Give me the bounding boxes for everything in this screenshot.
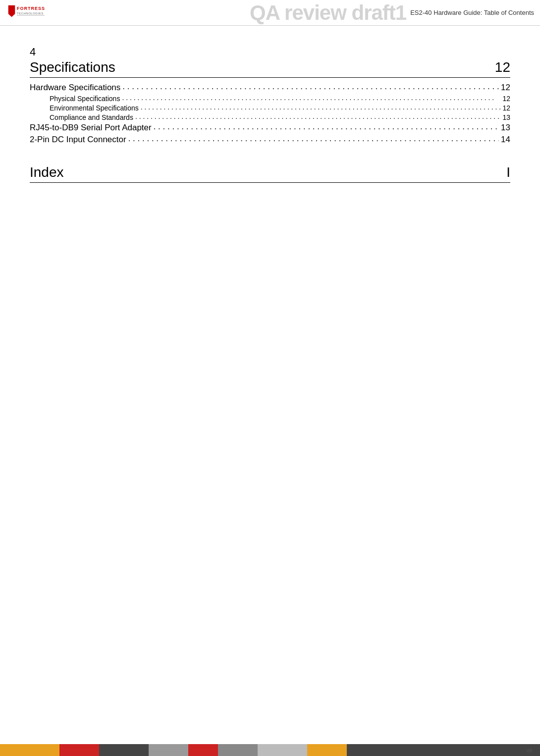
toc-dots	[141, 103, 501, 111]
fortress-logo: FORTRESS TECHNOLOGIES	[6, 3, 51, 23]
bar-seg-9	[347, 744, 540, 756]
entry-page: 13	[501, 123, 510, 133]
page-header: FORTRESS TECHNOLOGIES QA review draft1 E…	[0, 0, 540, 26]
chapter4-section: 4 Specifications 12 Hardware Specificati…	[30, 46, 510, 145]
index-title: Index	[30, 164, 506, 180]
toc-dots	[128, 134, 499, 144]
doc-subtitle: ES2-40 Hardware Guide: Table of Contents	[410, 9, 534, 16]
toc-dots	[154, 122, 499, 132]
chapter-number: 4	[30, 46, 510, 58]
entry-title: Environmental Specifications	[50, 104, 139, 112]
bar-seg-5	[188, 744, 218, 756]
toc-entry-compliance-standards[interactable]: Compliance and Standards 13	[30, 113, 510, 121]
toc-entry-environmental-specs[interactable]: Environmental Specifications 12	[30, 104, 510, 112]
header-right: QA review draft1 ES2-40 Hardware Guide: …	[56, 2, 534, 23]
bar-seg-7	[258, 744, 307, 756]
entry-title: Compliance and Standards	[50, 113, 133, 121]
entry-page: 13	[502, 113, 510, 121]
index-section: Index I	[30, 164, 510, 183]
bar-seg-4	[149, 744, 188, 756]
entry-title: 2-Pin DC Input Connector	[30, 135, 126, 145]
logo-container: FORTRESS TECHNOLOGIES	[6, 3, 54, 23]
chapter4-page: 12	[495, 59, 510, 75]
bar-seg-6	[218, 744, 258, 756]
watermark-title: QA review draft1	[250, 2, 406, 23]
toc-dots	[135, 112, 501, 120]
toc-entry-rj45[interactable]: RJ45-to-DB9 Serial Port Adapter 13	[30, 123, 510, 133]
svg-text:FORTRESS: FORTRESS	[17, 6, 45, 11]
index-main-entry: Index I	[30, 164, 510, 183]
bar-seg-8	[307, 744, 347, 756]
entry-title: RJ45-to-DB9 Serial Port Adapter	[30, 123, 152, 133]
toc-entry-physical-specs[interactable]: Physical Specifications 12	[30, 95, 510, 103]
svg-text:TECHNOLOGIES: TECHNOLOGIES	[17, 12, 44, 15]
bar-seg-1	[0, 744, 59, 756]
main-content: 4 Specifications 12 Hardware Specificati…	[0, 26, 540, 213]
entry-page: 12	[501, 83, 510, 93]
bar-seg-2	[59, 744, 99, 756]
bottom-bar	[0, 744, 540, 756]
bar-seg-3	[99, 744, 149, 756]
entry-title: Physical Specifications	[50, 95, 120, 103]
toc-dots	[122, 82, 499, 92]
toc-entry-2pin-dc[interactable]: 2-Pin DC Input Connector 14	[30, 135, 510, 145]
entry-page: 14	[501, 135, 510, 145]
chapter4-title: Specifications	[30, 59, 490, 75]
toc-entries: Hardware Specifications 12 Physical Spec…	[30, 83, 510, 145]
entry-page: 12	[502, 95, 510, 103]
index-page: I	[506, 164, 510, 180]
toc-dots	[122, 94, 500, 102]
toc-entry-hardware-specs[interactable]: Hardware Specifications 12	[30, 83, 510, 93]
entry-title: Hardware Specifications	[30, 83, 120, 93]
chapter4-main-entry: Specifications 12	[30, 59, 510, 78]
entry-page: 12	[502, 104, 510, 112]
page-number: vii	[527, 747, 532, 754]
